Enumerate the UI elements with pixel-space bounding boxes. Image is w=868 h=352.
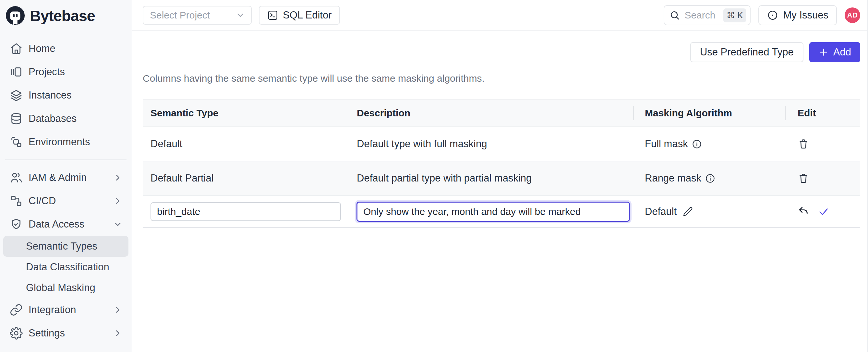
semantic-type-cell: Default	[143, 127, 349, 161]
sidebar-item-data-access[interactable]: Data Access	[3, 213, 128, 236]
delete-button[interactable]	[798, 172, 809, 184]
my-issues-button[interactable]: My Issues	[758, 5, 837, 25]
circle-dot-icon	[767, 9, 778, 21]
use-predefined-type-button[interactable]: Use Predefined Type	[690, 42, 803, 62]
home-icon	[10, 42, 23, 55]
sidebar-item-label: Global Masking	[26, 282, 95, 294]
description-edit-cell	[349, 196, 633, 227]
sidebar-item-label: Instances	[29, 90, 72, 101]
sidebar-item-label: IAM & Admin	[29, 172, 87, 184]
column-header-masking-algorithm: Masking Algorithm	[633, 100, 785, 126]
masking-algorithm-cell: Full mask	[633, 127, 785, 161]
sidebar-nav: Home Projects Instances Databases Enviro	[0, 31, 132, 345]
brand-name: Bytebase	[30, 7, 95, 25]
undo-icon	[798, 206, 809, 218]
undo-button[interactable]	[798, 206, 809, 218]
semantic-type-edit-cell	[143, 196, 349, 227]
chevron-right-icon	[113, 328, 123, 338]
delete-button[interactable]	[798, 138, 809, 150]
avatar-initials: AD	[847, 11, 858, 20]
chevron-down-icon	[236, 10, 245, 20]
semantic-type-input[interactable]	[151, 202, 341, 221]
sidebar-item-settings[interactable]: Settings	[3, 322, 128, 345]
my-issues-label: My Issues	[783, 9, 829, 21]
main-area: Select Project SQL Editor Search ⌘ K My …	[132, 0, 868, 352]
sidebar-item-label: Integration	[29, 304, 76, 316]
sidebar-item-global-masking[interactable]: Global Masking	[3, 278, 128, 298]
column-header-semantic-type: Semantic Type	[143, 100, 349, 126]
sidebar-item-cicd[interactable]: CI/CD	[3, 189, 128, 213]
semantic-type-cell: Default Partial	[143, 161, 349, 195]
page-description: Columns having the same semantic type wi…	[143, 73, 860, 84]
terminal-icon	[267, 10, 278, 21]
sidebar-item-environments[interactable]: Environments	[3, 130, 128, 154]
avatar[interactable]: AD	[845, 7, 860, 23]
sidebar-item-semantic-types[interactable]: Semantic Types	[3, 236, 128, 257]
row-edit-actions-cell	[785, 196, 860, 227]
database-icon	[10, 112, 23, 125]
projects-icon	[10, 65, 23, 78]
masking-algorithm-edit-cell: Default	[633, 196, 785, 227]
pencil-icon	[682, 206, 693, 217]
chevron-right-icon	[113, 173, 123, 183]
sidebar-item-label: Data Classification	[26, 261, 109, 273]
semantic-types-table: Semantic Type Description Masking Algori…	[143, 99, 860, 228]
confirm-button[interactable]	[818, 206, 829, 218]
trash-icon	[798, 172, 809, 184]
description-input[interactable]	[356, 202, 630, 222]
sidebar-item-databases[interactable]: Databases	[3, 107, 128, 130]
info-icon[interactable]	[692, 139, 702, 149]
sidebar-item-instances[interactable]: Instances	[3, 84, 128, 107]
sidebar-item-label: Settings	[29, 327, 65, 339]
plus-icon	[818, 47, 829, 57]
sidebar-item-integration[interactable]: Integration	[3, 298, 128, 322]
masking-algorithm-label: Full mask	[645, 138, 688, 150]
trash-icon	[798, 138, 809, 150]
masking-algorithm-cell: Range mask	[633, 161, 785, 195]
topbar: Select Project SQL Editor Search ⌘ K My …	[132, 0, 867, 31]
search-input[interactable]: Search ⌘ K	[664, 5, 751, 25]
sidebar-item-home[interactable]: Home	[3, 37, 128, 60]
layers-icon	[10, 89, 23, 102]
gear-icon	[10, 327, 23, 340]
table-row: Default Partial Default partial type wit…	[143, 161, 860, 195]
brand-logo[interactable]: Bytebase	[0, 0, 132, 31]
chevron-down-icon	[113, 219, 123, 229]
edit-algorithm-button[interactable]	[682, 206, 693, 217]
column-header-edit: Edit	[785, 100, 860, 126]
search-shortcut-badge: ⌘ K	[723, 8, 746, 22]
sidebar-item-label: Projects	[29, 66, 65, 78]
row-actions-cell	[785, 161, 860, 195]
sql-editor-label: SQL Editor	[283, 9, 332, 21]
info-icon[interactable]	[705, 173, 715, 184]
sidebar-item-label: Semantic Types	[26, 241, 97, 252]
users-icon	[10, 171, 23, 184]
sidebar-item-projects[interactable]: Projects	[3, 60, 128, 84]
sidebar-item-label: Databases	[29, 113, 76, 125]
table-header-row: Semantic Type Description Masking Algori…	[143, 100, 860, 126]
chevron-right-icon	[113, 305, 123, 315]
search-placeholder: Search	[684, 10, 718, 21]
sidebar-item-label: Home	[29, 43, 56, 55]
link-icon	[10, 303, 23, 316]
workflow-icon	[10, 194, 23, 207]
add-button-label: Add	[833, 46, 851, 58]
bytebase-logo-icon	[5, 5, 25, 26]
sql-editor-button[interactable]: SQL Editor	[259, 6, 340, 25]
topbar-right: Search ⌘ K My Issues AD	[664, 5, 860, 25]
page-actions: Use Predefined Type Add	[143, 42, 860, 62]
sidebar-item-label: Data Access	[29, 219, 84, 230]
table-row: Default Default type with full masking F…	[143, 126, 860, 161]
sidebar-item-iam-admin[interactable]: IAM & Admin	[3, 166, 128, 189]
project-select-placeholder: Select Project	[150, 10, 210, 21]
add-button[interactable]: Add	[809, 42, 860, 62]
sidebar-item-label: CI/CD	[29, 195, 56, 207]
sidebar: Bytebase Home Projects Instances Databa	[0, 0, 132, 352]
project-select[interactable]: Select Project	[143, 6, 252, 25]
row-actions-cell	[785, 127, 860, 161]
environments-icon	[10, 135, 23, 149]
sidebar-item-data-classification[interactable]: Data Classification	[3, 257, 128, 278]
table-row-editing: Default	[143, 195, 860, 227]
sidebar-divider	[5, 159, 126, 160]
search-icon	[670, 10, 680, 21]
